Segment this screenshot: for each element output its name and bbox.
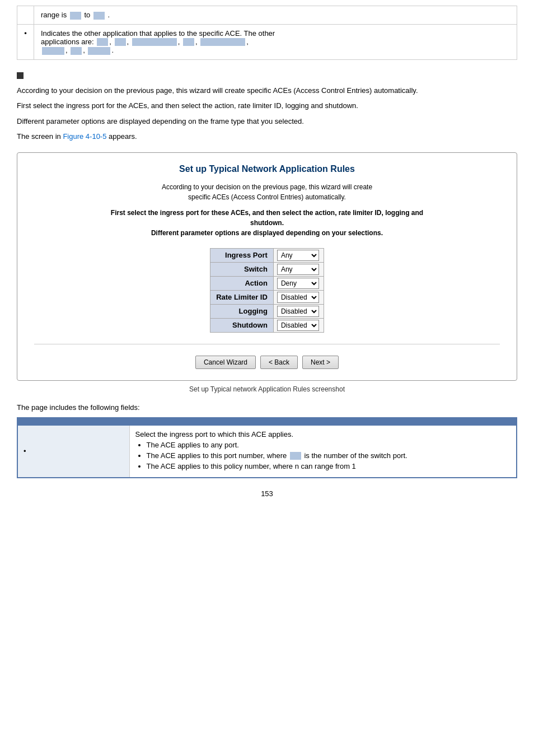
next-button[interactable]: Next > bbox=[302, 356, 339, 369]
range-box1 bbox=[70, 12, 81, 20]
top-table-empty-cell bbox=[17, 6, 34, 25]
wizard-title: Set up Typical Network Application Rules bbox=[34, 164, 500, 174]
field-label-4: Logging bbox=[210, 304, 274, 318]
range-period: . bbox=[108, 11, 110, 19]
field-row-0: Ingress PortAny bbox=[210, 248, 324, 262]
wizard-note-line1: First select the ingress port for these … bbox=[111, 209, 423, 217]
body-para-4: The screen in Figure 4-10-5 appears. bbox=[17, 131, 517, 142]
screen-text: The screen in bbox=[17, 132, 61, 141]
checkbox-icon bbox=[17, 72, 24, 79]
top-table-desc-cell: Indicates the other application that app… bbox=[34, 24, 517, 59]
body-para-3: Different parameter options are displaye… bbox=[17, 116, 517, 127]
field-value-1[interactable]: Any bbox=[273, 262, 324, 276]
wizard-desc: According to your decision on the previo… bbox=[34, 182, 500, 202]
checkbox-row bbox=[17, 71, 517, 80]
app-box5 bbox=[200, 38, 245, 46]
wizard-separator bbox=[34, 344, 500, 344]
wizard-note-line2: shutdown. bbox=[250, 219, 284, 227]
field-label-1: Switch bbox=[210, 262, 274, 276]
field-label-2: Action bbox=[210, 276, 274, 290]
field-label-3: Rate Limiter ID bbox=[210, 290, 274, 304]
figure-link[interactable]: Figure 4-10-5 bbox=[63, 132, 106, 141]
field-row-5: ShutdownDisabled bbox=[210, 318, 324, 332]
field-label-5: Shutdown bbox=[210, 318, 274, 332]
field-value-4[interactable]: Disabled bbox=[273, 304, 324, 318]
app-box2 bbox=[115, 38, 126, 46]
range-text: range is bbox=[41, 11, 69, 19]
bottom-table-header-left bbox=[17, 418, 129, 426]
field-value-3[interactable]: Disabled bbox=[273, 290, 324, 304]
bottom-table-right-cell: Select the ingress port to which this AC… bbox=[129, 425, 517, 478]
field-select-shutdown[interactable]: Disabled bbox=[277, 320, 319, 331]
page-number: 153 bbox=[17, 489, 517, 498]
field-value-2[interactable]: DenyAllow bbox=[273, 276, 324, 290]
app-box6 bbox=[42, 47, 64, 55]
field-row-1: SwitchAny bbox=[210, 262, 324, 276]
desc-text: Indicates the other application that app… bbox=[41, 29, 275, 38]
app-box8 bbox=[88, 47, 110, 55]
wizard-note: First select the ingress port for these … bbox=[34, 208, 500, 238]
app-box7 bbox=[71, 47, 82, 55]
field-select-ingress-port[interactable]: Any bbox=[277, 250, 319, 261]
bottom-table-left-cell: • bbox=[17, 425, 129, 478]
nested-item-2: The ACE applies to this port number, whe… bbox=[147, 451, 511, 460]
section-label: The page includes the following fields: bbox=[17, 403, 517, 412]
app-box4 bbox=[183, 38, 194, 46]
bottom-table: • Select the ingress port to which this … bbox=[17, 417, 517, 479]
wizard-box: Set up Typical Network Application Rules… bbox=[17, 152, 517, 381]
port-box bbox=[290, 452, 301, 460]
body-para-1: According to your decision on the previo… bbox=[17, 85, 517, 96]
field-select-logging[interactable]: Disabled bbox=[277, 306, 319, 317]
field-row-2: ActionDenyAllow bbox=[210, 276, 324, 290]
field-row-3: Rate Limiter IDDisabled bbox=[210, 290, 324, 304]
back-button[interactable]: < Back bbox=[260, 356, 298, 369]
nested-list: The ACE applies to any port. The ACE app… bbox=[147, 441, 511, 471]
right-main-text: Select the ingress port to which this AC… bbox=[135, 430, 511, 438]
field-value-0[interactable]: Any bbox=[273, 248, 324, 262]
apps-text: applications are: bbox=[41, 38, 96, 46]
top-table: range is to . • Indicates the other appl… bbox=[17, 6, 517, 60]
cancel-wizard-button[interactable]: Cancel Wizard bbox=[195, 356, 256, 369]
wizard-desc-line2: specific ACEs (Access Control Entries) a… bbox=[188, 193, 346, 201]
fields-table: Ingress PortAnySwitchAnyActionDenyAllowR… bbox=[210, 248, 324, 333]
to-text: to bbox=[85, 11, 92, 19]
wizard-note-line3: Different parameter options are displaye… bbox=[151, 229, 383, 237]
appears-text: appears. bbox=[109, 132, 137, 141]
field-select-action[interactable]: DenyAllow bbox=[277, 278, 319, 289]
field-label-0: Ingress Port bbox=[210, 248, 274, 262]
field-select-rate-limiter-id[interactable]: Disabled bbox=[277, 292, 319, 303]
nested-item-3: The ACE applies to this policy number, w… bbox=[147, 462, 511, 470]
figure-caption: Set up Typical network Application Rules… bbox=[17, 385, 517, 393]
field-select-switch[interactable]: Any bbox=[277, 264, 319, 275]
field-value-5[interactable]: Disabled bbox=[273, 318, 324, 332]
body-para-2: First select the ingress port for the AC… bbox=[17, 100, 517, 111]
app-box1 bbox=[97, 38, 108, 46]
wizard-desc-line1: According to your decision on the previo… bbox=[162, 183, 372, 191]
top-table-range-cell: range is to . bbox=[34, 6, 517, 25]
bullet-point: • bbox=[24, 447, 26, 455]
range-box2 bbox=[93, 12, 105, 20]
bottom-table-header-right bbox=[129, 418, 517, 426]
top-table-bullet-cell: • bbox=[17, 24, 34, 59]
field-row-4: LoggingDisabled bbox=[210, 304, 324, 318]
nested-item-1: The ACE applies to any port. bbox=[147, 441, 511, 449]
bottom-table-row-1: • Select the ingress port to which this … bbox=[17, 425, 517, 478]
wizard-fields-container: Ingress PortAnySwitchAnyActionDenyAllowR… bbox=[34, 248, 500, 333]
app-box3 bbox=[132, 38, 177, 46]
wizard-buttons: Cancel Wizard < Back Next > bbox=[34, 352, 500, 369]
